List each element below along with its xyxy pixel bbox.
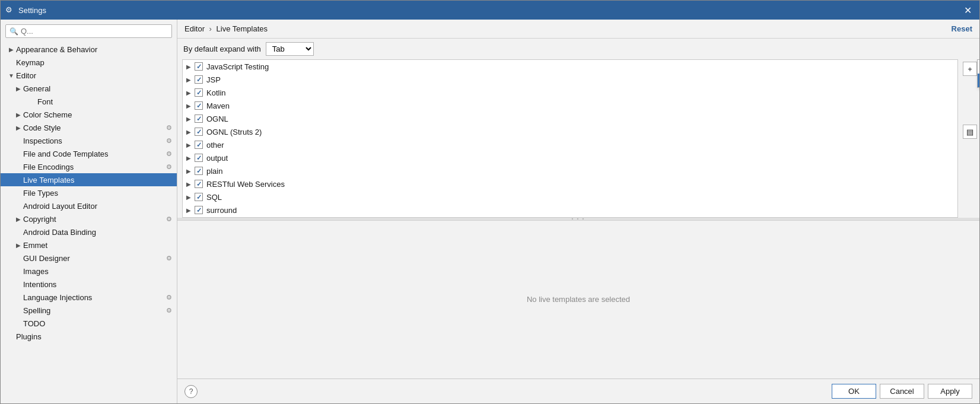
group-name-label: JSP: [206, 75, 221, 84]
help-button[interactable]: ?: [184, 385, 198, 398]
sidebar-item-font[interactable]: ▶Font: [1, 95, 177, 108]
table-icon: ▤: [966, 128, 973, 136]
sidebar-item-label: Copyright: [23, 215, 164, 224]
expand-label: By default expand with: [183, 44, 261, 53]
add-button[interactable]: +: [963, 62, 977, 76]
template-group-item[interactable]: ▶RESTful Web Services: [183, 177, 957, 190]
arrow-icon: ▶: [8, 46, 15, 53]
sidebar-item-spelling[interactable]: ▶Spelling⚙: [1, 304, 177, 317]
sidebar-item-label: TODO: [23, 319, 172, 328]
table-button[interactable]: ▤: [963, 125, 977, 139]
bottom-area: No live templates are selected: [177, 220, 979, 379]
sidebar-item-keymap[interactable]: ▶Keymap: [1, 56, 177, 69]
template-group-item[interactable]: ▶output: [183, 151, 957, 164]
sidebar-item-images[interactable]: ▶Images: [1, 265, 177, 278]
sidebar-item-label: File and Code Templates: [23, 149, 164, 158]
template-group-item[interactable]: ▶OGNL (Struts 2): [183, 125, 957, 138]
breadcrumb: Editor › Live Templates: [184, 24, 268, 33]
dropdown-item[interactable]: 1.Live Template: [978, 60, 979, 74]
template-group-item[interactable]: ▶other: [183, 138, 957, 151]
settings-window: ⚙ Settings ✕ 🔍 ▶Appearance & Behavior▶Ke…: [0, 0, 980, 404]
badge-icon: ⚙: [166, 294, 172, 301]
sidebar-item-code-style[interactable]: ▶Code Style⚙: [1, 121, 177, 134]
sidebar-item-file-and-code-templates[interactable]: ▶File and Code Templates⚙: [1, 147, 177, 160]
group-name-label: OGNL (Struts 2): [206, 128, 262, 136]
sidebar-item-live-templates[interactable]: ▶Live Templates: [1, 173, 177, 186]
breadcrumb-separator: ›: [209, 24, 212, 33]
arrow-icon: ▶: [15, 85, 22, 92]
sidebar-item-file-types[interactable]: ▶File Types: [1, 186, 177, 199]
empty-state-message: No live templates are selected: [527, 295, 630, 304]
template-group-item[interactable]: ▶plain: [183, 164, 957, 177]
group-arrow-icon: ▶: [186, 181, 192, 187]
template-group-item[interactable]: ▶Kotlin: [183, 86, 957, 99]
reset-button[interactable]: Reset: [952, 24, 972, 33]
group-arrow-icon: ▶: [186, 103, 192, 109]
group-arrow-icon: ▶: [186, 155, 192, 161]
template-group-item[interactable]: ▶JSP: [183, 73, 957, 86]
sidebar-item-gui-designer[interactable]: ▶GUI Designer⚙: [1, 252, 177, 265]
cancel-button[interactable]: Cancel: [880, 384, 924, 399]
sidebar-item-label: Images: [23, 267, 172, 276]
sidebar-item-editor[interactable]: ▼Editor: [1, 69, 177, 82]
template-group-item[interactable]: ▶JavaScript Testing: [183, 60, 957, 73]
template-group-item[interactable]: ▶surround: [183, 203, 957, 217]
template-list: ▶JavaScript Testing▶JSP▶Kotlin▶Maven▶OGN…: [182, 59, 958, 218]
group-checkbox[interactable]: [195, 154, 203, 162]
sidebar-item-appearance[interactable]: ▶Appearance & Behavior: [1, 43, 177, 56]
group-name-label: Kotlin: [206, 88, 226, 97]
arrow-icon: ▶: [15, 111, 22, 118]
ok-button[interactable]: OK: [832, 384, 876, 399]
group-arrow-icon: ▶: [186, 207, 192, 214]
apply-button[interactable]: Apply: [928, 384, 972, 399]
group-name-label: OGNL: [206, 114, 228, 123]
group-arrow-icon: ▶: [186, 129, 192, 135]
sidebar-item-todo[interactable]: ▶TODO: [1, 317, 177, 330]
group-checkbox[interactable]: [195, 75, 203, 84]
template-group-item[interactable]: ▶OGNL: [183, 112, 957, 125]
sidebar-item-label: Code Style: [23, 123, 164, 132]
sidebar-item-android-data-binding[interactable]: ▶Android Data Binding: [1, 225, 177, 238]
sidebar-item-inspections[interactable]: ▶Inspections⚙: [1, 134, 177, 147]
template-group-item[interactable]: ▶SQL: [183, 190, 957, 203]
group-checkbox[interactable]: [195, 193, 203, 201]
group-checkbox[interactable]: [195, 88, 203, 97]
sidebar-item-file-encodings[interactable]: ▶File Encodings⚙: [1, 160, 177, 173]
group-checkbox[interactable]: [195, 141, 203, 149]
badge-icon: ⚙: [166, 150, 172, 158]
group-checkbox[interactable]: [195, 180, 203, 188]
sidebar: 🔍 ▶Appearance & Behavior▶Keymap▼Editor▶G…: [1, 20, 177, 403]
badge-icon: ⚙: [166, 163, 172, 171]
group-checkbox[interactable]: [195, 62, 203, 71]
group-checkbox[interactable]: [195, 206, 203, 214]
arrow-icon: ▶: [15, 241, 22, 249]
close-button[interactable]: ✕: [960, 3, 975, 17]
sidebar-item-android-layout-editor[interactable]: ▶Android Layout Editor: [1, 199, 177, 212]
sidebar-item-label: Emmet: [23, 241, 172, 250]
main-content: 🔍 ▶Appearance & Behavior▶Keymap▼Editor▶G…: [1, 20, 979, 403]
sidebar-item-general[interactable]: ▶General: [1, 82, 177, 95]
badge-icon: ⚙: [166, 215, 172, 223]
sidebar-item-label: Plugins: [16, 332, 172, 341]
expand-select[interactable]: TabEnterSpace: [266, 42, 314, 56]
sidebar-item-plugins[interactable]: ▶Plugins: [1, 330, 177, 343]
sidebar-item-language-injections[interactable]: ▶Language Injections⚙: [1, 291, 177, 304]
group-checkbox[interactable]: [195, 114, 203, 123]
search-box[interactable]: 🔍: [5, 24, 172, 38]
sidebar-item-copyright[interactable]: ▶Copyright⚙: [1, 212, 177, 225]
template-group-item[interactable]: ▶Maven: [183, 99, 957, 112]
panel-header: Editor › Live Templates Reset: [177, 20, 979, 39]
group-arrow-icon: ▶: [186, 77, 192, 83]
sidebar-item-label: File Types: [23, 189, 172, 198]
sidebar-item-color-scheme[interactable]: ▶Color Scheme: [1, 108, 177, 121]
sidebar-item-emmet[interactable]: ▶Emmet: [1, 238, 177, 252]
search-input[interactable]: [21, 27, 168, 36]
group-checkbox[interactable]: [195, 167, 203, 175]
sidebar-item-label: Editor: [16, 71, 172, 80]
dropdown-item[interactable]: 2.Template Group...: [978, 74, 979, 87]
sidebar-item-label: Live Templates: [23, 176, 172, 184]
sidebar-item-intentions[interactable]: ▶Intentions: [1, 278, 177, 291]
sidebar-item-label: General: [23, 84, 172, 93]
group-checkbox[interactable]: [195, 128, 203, 136]
group-checkbox[interactable]: [195, 101, 203, 110]
